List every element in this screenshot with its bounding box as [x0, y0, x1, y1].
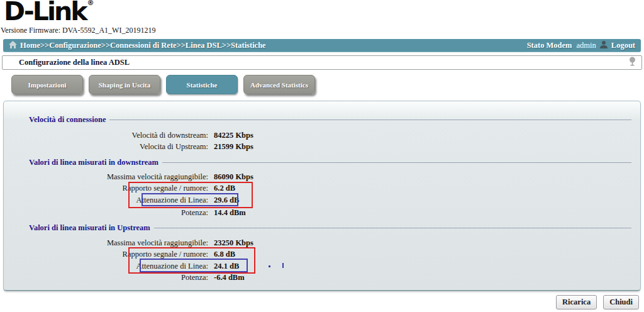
home-icon [9, 40, 17, 51]
firmware-version: Versione Firmware: DVA-5592_A1_WI_201912… [1, 26, 155, 35]
row-up-potenza: Potenza: -6.4 dBm [4, 273, 640, 282]
tab-statistiche[interactable]: Statistiche [166, 75, 238, 94]
statistics-panel: Velocità di connessione Velocità di down… [3, 101, 641, 291]
breadcrumb: Home>>Configurazione>>Connessioni di Ret… [20, 41, 266, 50]
row-down-potenza: Potenza: 14.4 dBm [4, 208, 640, 218]
logout-button[interactable]: Logout [611, 41, 635, 50]
stray-tick-mark [282, 263, 284, 268]
stato-modem-link[interactable]: Stato Modem [527, 41, 572, 50]
logged-user: admin [577, 41, 596, 50]
dlink-logo: D-Link® [4, 0, 94, 26]
row-velocita-upstream: Velocita di Upstream: 21599 Kbps [4, 142, 640, 152]
section-heading-connessione: Velocità di connessione [29, 115, 631, 125]
breadcrumb-bar: Home>>Configurazione>>Connessioni di Ret… [3, 39, 641, 52]
user-icon [599, 40, 608, 51]
row-up-massima: Massima velocità raggiungibile: 23250 Kb… [4, 238, 640, 248]
pin-icon[interactable] [628, 57, 636, 69]
row-up-attenuazione: Attenuazione di Linea: 24.1 dB [4, 262, 640, 271]
section-heading-downstream: Valori di linea misurati in downstream [29, 158, 631, 167]
page-title: Configurazione della linea ADSL [19, 58, 130, 67]
row-down-attenuazione: Attenuazione di Linea: 29.6 dB [4, 196, 640, 205]
app-header: D-Link® Versione Firmware: DVA-5592_A1_W… [0, 0, 644, 36]
section-title-bar: Configurazione della linea ADSL [2, 55, 642, 70]
tab-bar: Impostazioni Shaping in Uscita Statistic… [0, 70, 644, 99]
reload-button[interactable]: Ricarica [556, 295, 597, 309]
close-button[interactable]: Chiudi [603, 295, 639, 309]
tab-impostazioni[interactable]: Impostazioni [11, 75, 83, 94]
row-down-massima: Massima velocità raggiungibile: 86090 Kb… [4, 172, 640, 182]
tab-advanced-statistics[interactable]: Advanced Statistics [243, 75, 315, 94]
footer-actions: Ricarica Chiudi [0, 291, 644, 309]
tab-shaping-in-uscita[interactable]: Shaping in Uscita [89, 75, 160, 94]
row-up-snr: Rapporto segnale / rumore: 6.8 dB [4, 250, 640, 259]
registered-mark: ® [87, 0, 94, 7]
row-down-snr: Rapporto segnale / rumore: 6.2 dB [4, 184, 640, 193]
row-velocita-downstream: Velocità di downstream: 84225 Kbps [4, 131, 640, 140]
section-heading-upstream: Valori di linea misurati in Upstream [29, 223, 631, 233]
stray-dot-mark [269, 265, 270, 267]
